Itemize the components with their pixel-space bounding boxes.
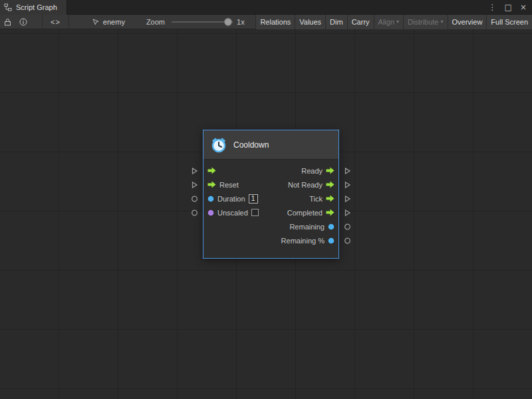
duration-field[interactable] bbox=[249, 194, 258, 203]
carry-label: Carry bbox=[352, 18, 370, 26]
port-label-ready: Ready bbox=[301, 167, 323, 175]
flow-input-connector[interactable] bbox=[191, 167, 198, 174]
values-button[interactable]: Values bbox=[295, 15, 325, 29]
value-input-connector-duration[interactable] bbox=[191, 195, 198, 202]
flow-input-port[interactable] bbox=[207, 167, 216, 174]
port-row: Ready bbox=[203, 164, 338, 178]
port-row: Duration Tick bbox=[203, 192, 338, 205]
overview-label: Overview bbox=[452, 18, 483, 26]
zoom-slider[interactable] bbox=[172, 15, 233, 29]
port-row: Remaining % bbox=[203, 233, 338, 247]
close-icon[interactable]: × bbox=[520, 0, 527, 15]
flow-output-connector-tick[interactable] bbox=[344, 195, 351, 202]
port-row: Unscaled Completed bbox=[203, 205, 338, 219]
breadcrumb-label: enemy bbox=[103, 18, 125, 26]
graph-breadcrumb[interactable]: enemy bbox=[92, 18, 125, 26]
lock-icon[interactable] bbox=[0, 15, 15, 29]
port-label-duration: Duration bbox=[217, 195, 245, 203]
port-label-completed: Completed bbox=[287, 209, 323, 217]
value-output-connector-remaining-percent[interactable] bbox=[344, 237, 351, 244]
port-label-not-ready: Not Ready bbox=[288, 181, 323, 189]
port-row: Reset Not Ready bbox=[203, 178, 338, 192]
port-label-unscaled: Unscaled bbox=[217, 209, 248, 217]
flow-input-port-reset[interactable] bbox=[207, 181, 216, 188]
flow-output-port-not-ready[interactable] bbox=[326, 181, 334, 188]
flow-output-connector-completed[interactable] bbox=[344, 209, 351, 216]
maximize-icon[interactable]: □ bbox=[505, 0, 512, 15]
value-output-connector-remaining[interactable] bbox=[344, 223, 351, 230]
dim-button[interactable]: Dim bbox=[325, 15, 347, 29]
window-controls: ⋮ □ × bbox=[489, 0, 532, 15]
graph-toolbar: <> enemy Zoom 1x Relations Values Dim Ca… bbox=[0, 15, 532, 29]
zoom-slider-handle[interactable] bbox=[224, 18, 232, 26]
align-label: Align bbox=[378, 18, 394, 26]
kebab-menu-icon[interactable]: ⋮ bbox=[489, 0, 497, 15]
graph-canvas[interactable]: Cooldown Ready bbox=[0, 29, 532, 399]
value-input-connector-unscaled[interactable] bbox=[191, 209, 198, 216]
value-input-port-duration[interactable] bbox=[207, 196, 214, 202]
tab-label: Script Graph bbox=[16, 3, 57, 11]
graph-pointer-icon bbox=[92, 18, 100, 26]
script-graph-icon bbox=[4, 3, 12, 11]
carry-button[interactable]: Carry bbox=[347, 15, 374, 29]
cooldown-node[interactable]: Cooldown Ready bbox=[203, 130, 339, 259]
value-input-port-unscaled[interactable] bbox=[207, 209, 214, 216]
relations-button[interactable]: Relations bbox=[255, 15, 295, 29]
node-title: Cooldown bbox=[233, 140, 269, 150]
port-label-reset: Reset bbox=[219, 181, 239, 189]
value-output-port-remaining-percent[interactable] bbox=[328, 237, 334, 244]
port-label-remaining: Remaining bbox=[289, 223, 325, 231]
value-output-port-remaining[interactable] bbox=[328, 223, 334, 230]
node-header[interactable]: Cooldown bbox=[203, 130, 338, 160]
flow-output-connector-not-ready[interactable] bbox=[344, 181, 351, 188]
flow-output-port-tick[interactable] bbox=[326, 195, 334, 202]
flow-input-connector-reset[interactable] bbox=[191, 181, 198, 188]
tab-script-graph[interactable]: Script Graph bbox=[0, 0, 67, 15]
alarm-clock-icon bbox=[210, 136, 227, 154]
port-row: Remaining bbox=[203, 219, 338, 233]
titlebar: Script Graph ⋮ □ × bbox=[0, 0, 532, 15]
toolbar-button-group: Relations Values Dim Carry Align ▾ Distr… bbox=[255, 15, 532, 29]
node-body: Ready Reset bbox=[203, 160, 338, 258]
flow-output-connector-ready[interactable] bbox=[344, 167, 351, 174]
flow-output-port-completed[interactable] bbox=[326, 209, 334, 216]
unscaled-checkbox[interactable] bbox=[251, 209, 259, 216]
dim-label: Dim bbox=[330, 18, 343, 26]
relations-label: Relations bbox=[260, 18, 291, 26]
flow-output-port-ready[interactable] bbox=[326, 167, 334, 174]
zoom-label: Zoom bbox=[146, 18, 165, 26]
fullscreen-label: Full Screen bbox=[491, 18, 528, 26]
values-label: Values bbox=[299, 18, 321, 26]
overview-button[interactable]: Overview bbox=[448, 15, 487, 29]
fullscreen-button[interactable]: Full Screen bbox=[486, 15, 532, 29]
dropdown-arrow-icon: ▾ bbox=[441, 19, 444, 25]
info-icon[interactable] bbox=[15, 15, 31, 29]
port-label-remaining-percent: Remaining % bbox=[281, 237, 325, 245]
distribute-button: Distribute ▾ bbox=[403, 15, 447, 29]
code-view-button[interactable]: <> bbox=[42, 15, 69, 29]
port-label-tick: Tick bbox=[309, 195, 323, 203]
align-button: Align ▾ bbox=[374, 15, 403, 29]
distribute-label: Distribute bbox=[408, 18, 438, 26]
dropdown-arrow-icon: ▾ bbox=[396, 19, 399, 25]
zoom-value: 1x bbox=[237, 18, 245, 26]
